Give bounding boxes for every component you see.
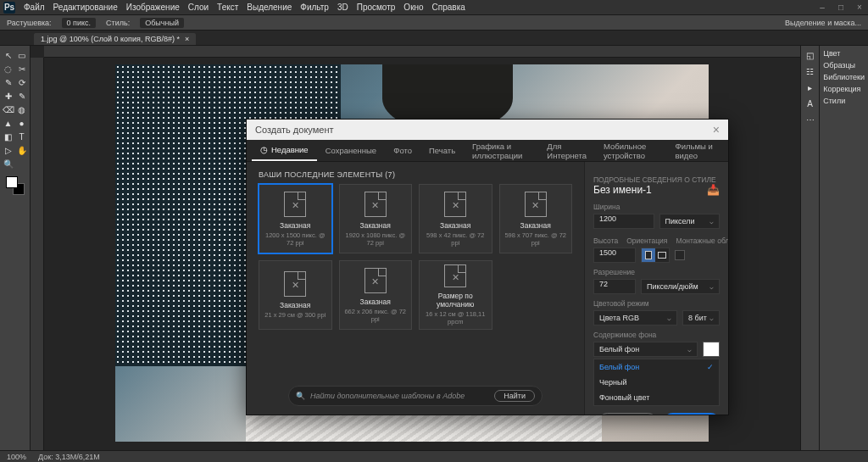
window-maximize[interactable]: □ <box>836 3 846 12</box>
preset-item[interactable]: Заказная 598 x 707 пикс. @ 72 ppi <box>499 184 573 253</box>
preset-item[interactable]: Заказная 662 x 206 пикс. @ 72 ppi <box>339 260 413 330</box>
landscape-icon[interactable] <box>655 248 669 262</box>
window-close[interactable]: × <box>854 3 865 12</box>
tab-art[interactable]: Графика и иллюстрации <box>464 140 538 161</box>
menu-type[interactable]: Текст <box>217 3 238 12</box>
heal-tool[interactable]: ⟳ <box>16 76 28 88</box>
document-tab-close[interactable]: × <box>185 35 189 43</box>
panel-swatches[interactable]: Образцы <box>823 61 865 70</box>
feather-input[interactable]: 0 пикс. <box>62 18 96 28</box>
tab-photo[interactable]: Фото <box>385 140 420 161</box>
feather-label: Растушевка: <box>7 19 52 27</box>
style-select[interactable]: Обычный <box>140 18 184 28</box>
panel-icon[interactable]: ◱ <box>806 51 814 60</box>
color-swatch[interactable] <box>6 176 25 195</box>
pen-tool[interactable]: ▲ <box>3 117 14 129</box>
foreground-color[interactable] <box>6 176 18 188</box>
bgcontent-select[interactable]: Белый фон <box>593 342 698 357</box>
gradient-tool[interactable]: ◍ <box>16 103 28 115</box>
menu-edit[interactable]: Редактирование <box>53 3 118 12</box>
preset-item[interactable]: Заказная 598 x 42 пикс. @ 72 ppi <box>419 184 492 253</box>
panel-libraries[interactable]: Библиотеки <box>823 73 865 81</box>
path-tool[interactable]: ◧ <box>3 131 14 142</box>
select-and-mask-button[interactable]: Выделение и маска... <box>785 19 861 27</box>
menu-filter[interactable]: Фильтр <box>300 3 329 12</box>
panel-icon[interactable]: ☷ <box>806 67 814 76</box>
preset-item[interactable]: Заказная 1920 x 1080 пикс. @ 72 ppi <box>339 184 413 253</box>
bg-option-bgcolor[interactable]: Фоновый цвет <box>594 390 719 405</box>
direct-select-tool[interactable]: ▷ <box>3 144 14 156</box>
preset-item[interactable]: Размер по умолчанию 16 x 12 см @ 118,11 … <box>419 260 492 330</box>
panel-icon[interactable]: ⋯ <box>806 115 815 125</box>
resolution-input[interactable]: 72 <box>593 279 636 294</box>
dialog-close-icon[interactable]: × <box>713 123 720 136</box>
save-preset-icon[interactable]: 📥 <box>707 184 720 196</box>
menu-3d[interactable]: 3D <box>337 3 348 12</box>
template-search[interactable]: 🔍 Найти дополнительные шаблоны в Adobe Н… <box>288 386 542 406</box>
tab-mobile[interactable]: Мобильное устройство <box>595 140 667 161</box>
preset-name: Заказная <box>520 221 551 230</box>
eyedropper-tool[interactable]: ✎ <box>3 76 14 88</box>
bg-option-black[interactable]: Черный <box>594 375 719 390</box>
tab-print[interactable]: Печать <box>420 140 464 161</box>
panel-icon[interactable]: A <box>807 99 813 109</box>
resolution-unit-select[interactable]: Пиксели/дюйм <box>641 279 720 294</box>
bg-option-white[interactable]: Белый фон <box>594 359 719 375</box>
document-icon <box>284 192 306 217</box>
menu-file[interactable]: Файл <box>24 3 45 12</box>
close-button[interactable]: Закрыть <box>598 413 657 415</box>
panel-adjustments[interactable]: Коррекция <box>823 85 865 93</box>
bitdepth-select[interactable]: 8 бит <box>682 310 720 326</box>
hand-tool[interactable]: ✋ <box>16 144 28 156</box>
lasso-tool[interactable]: ◌ <box>3 63 14 75</box>
portrait-icon[interactable] <box>642 248 655 262</box>
pencil-tool[interactable]: ✎ <box>16 90 28 102</box>
document-tab-row: 1.jpg @ 100% (Слой 0 копия, RGB/8#) * × <box>0 31 868 46</box>
panel-icon[interactable]: ▸ <box>808 83 812 92</box>
zoom-level[interactable]: 100% <box>7 453 26 461</box>
right-panels: ◱ ☷ ▸ A ⋯ Цвет Образцы Библиотеки Коррек… <box>800 46 868 450</box>
menu-select[interactable]: Выделение <box>247 3 292 12</box>
preset-item[interactable]: Заказная 21 x 29 см @ 300 ppi <box>259 260 332 330</box>
eraser-tool[interactable]: ⌫ <box>3 103 14 115</box>
brush-tool[interactable]: ✚ <box>3 90 14 102</box>
bgcolor-swatch[interactable] <box>703 342 720 357</box>
bgcontent-label: Содержимое фона <box>593 331 720 339</box>
move-tool[interactable]: ↖ <box>3 49 14 61</box>
preset-item[interactable]: Заказная 1200 x 1500 пикс. @ 72 ppi <box>259 184 332 253</box>
menu-view[interactable]: Просмотр <box>357 3 396 12</box>
height-label: Высота <box>593 237 618 245</box>
panel-styles[interactable]: Стили <box>823 97 865 105</box>
menu-bar: Ps Файл Редактирование Изображение Слои … <box>0 0 868 15</box>
preset-meta: 21 x 29 см @ 300 ppi <box>264 311 326 319</box>
colormode-select[interactable]: Цвета RGB <box>593 310 677 326</box>
artboards-checkbox[interactable] <box>675 250 685 260</box>
panel-color[interactable]: Цвет <box>823 49 865 58</box>
menu-layer[interactable]: Слои <box>188 3 209 12</box>
window-minimize[interactable]: – <box>817 3 827 12</box>
menu-window[interactable]: Окно <box>403 3 423 12</box>
menu-help[interactable]: Справка <box>432 3 465 12</box>
width-unit-select[interactable]: Пиксели <box>659 214 721 229</box>
recent-heading: ВАШИ ПОСЛЕДНИЕ ЭЛЕМЕНТЫ (7) <box>259 170 572 179</box>
type-tool[interactable]: T <box>16 131 28 142</box>
search-go-button[interactable]: Найти <box>494 390 535 402</box>
height-input[interactable]: 1500 <box>593 248 636 263</box>
preset-name: Заказная <box>360 221 391 230</box>
create-button[interactable]: Создать <box>664 413 720 415</box>
tab-web[interactable]: Для Интернета <box>538 140 595 161</box>
shape-tool[interactable]: ● <box>16 117 28 129</box>
document-tab[interactable]: 1.jpg @ 100% (Слой 0 копия, RGB/8#) * × <box>34 33 196 45</box>
zoom-tool[interactable]: 🔍 <box>3 158 14 170</box>
tab-video[interactable]: Фильмы и видео <box>667 140 723 161</box>
marquee-tool[interactable]: ▭ <box>16 49 28 61</box>
menu-image[interactable]: Изображение <box>126 3 180 12</box>
dialog-tabs: ◷Недавние Сохраненные Фото Печать График… <box>247 140 728 162</box>
width-input[interactable]: 1200 <box>593 214 654 229</box>
tab-recent[interactable]: ◷Недавние <box>252 140 317 161</box>
document-name[interactable]: Без имени-1 <box>593 184 652 196</box>
crop-tool[interactable]: ✂ <box>16 63 28 75</box>
orientation-toggle[interactable] <box>641 248 670 263</box>
tab-saved[interactable]: Сохраненные <box>317 140 386 161</box>
ruler-horizontal <box>44 46 800 58</box>
